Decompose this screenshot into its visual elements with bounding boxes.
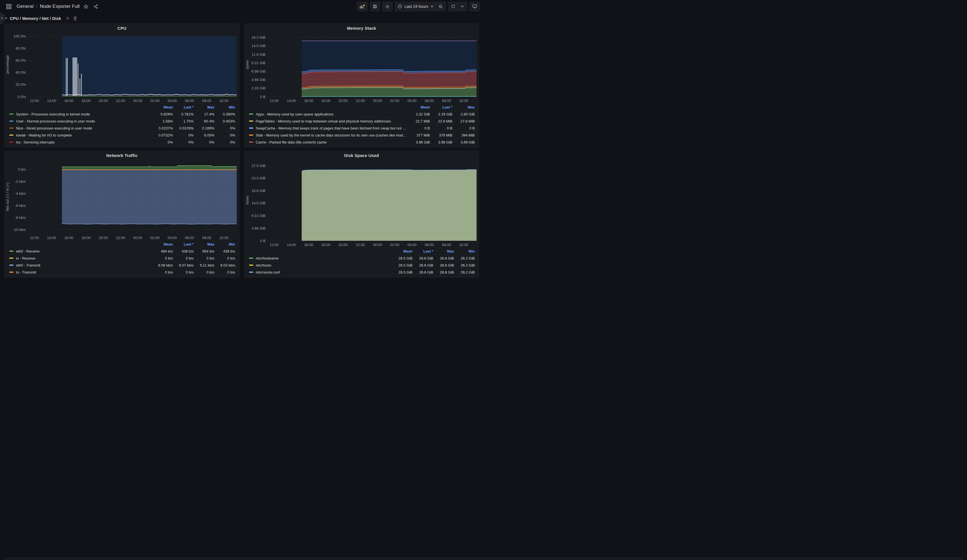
panel-header[interactable]: Network Traffic [5,151,239,160]
time-series-chart[interactable]: bits out (-) / in (+) 0 b/s-2 kb/s-4 kb/… [5,160,239,241]
legend-row: lo - Transmit0 b/s0 b/s0 b/s0 b/s [7,269,238,276]
dashboards-grid-icon[interactable] [5,3,13,10]
chart-plot[interactable]: 0 B2.33 GiB4.66 GiB6.98 GiB9.31 GiB11.6 … [244,32,479,104]
series-stat-value: 0 B [430,126,452,130]
series-label[interactable]: eth0 - Transmit [16,263,152,267]
legend-sort-min[interactable]: Min [215,242,235,246]
row-delete-button[interactable] [73,16,78,21]
time-range-label: Last 24 hours [404,4,428,9]
share-button[interactable] [92,3,99,10]
svg-text:20:00: 20:00 [338,99,348,103]
svg-text:02:00: 02:00 [390,99,399,103]
series-label[interactable]: SwapCache - Memory that keeps track of p… [256,126,408,130]
svg-text:-2 kb/s: -2 kb/s [15,180,26,184]
series-label[interactable]: Apps - Memory used by user-space applica… [256,112,408,116]
add-panel-button[interactable] [357,2,367,11]
svg-text:4.66 GiB: 4.66 GiB [251,77,266,82]
panel-title: Memory Stack [347,26,376,31]
series-stat-value: 26.5 GiB [392,263,413,267]
series-stat-value: 6.05% [194,133,215,137]
breadcrumb-folder[interactable]: General [17,3,33,9]
svg-text:20:00: 20:00 [99,99,108,103]
series-stat-value: 0 b/s [194,256,215,260]
svg-text:22:00: 22:00 [116,236,125,240]
series-label[interactable]: Iowait - Waiting for I/O to complete [16,133,152,137]
svg-text:12:00: 12:00 [30,236,39,240]
chart-plot[interactable]: 0 B4.66 GiB9.31 GiB14.0 GiB18.6 GiB23.3 … [244,160,479,248]
svg-text:04:00: 04:00 [168,236,177,240]
refresh-interval-caret[interactable] [458,2,467,11]
svg-text:00:00: 00:00 [373,99,382,103]
series-label[interactable]: Irq - Servicing interrupts [16,140,152,144]
legend-sort-last[interactable]: Last * [413,249,433,254]
series-label[interactable]: /etc/resolv.conf [256,270,392,274]
legend-sort-max[interactable]: Max [194,105,215,109]
series-stat-value: 0.781% [173,112,194,116]
svg-text:16:00: 16:00 [304,99,313,103]
series-label[interactable]: Nice - Niced processes executing in user… [16,126,152,130]
svg-text:16:00: 16:00 [64,99,73,103]
time-series-chart[interactable]: bytes 0 B2.33 GiB4.66 GiB6.98 GiB9.31 Gi… [244,32,479,104]
legend-sort-max[interactable]: Max [194,242,215,246]
series-stat-value: 438 b/s [173,249,194,254]
series-label[interactable]: lo - Transmit [16,270,152,274]
series-stat-value: 0% [152,140,173,144]
time-series-chart[interactable]: percentage 0.0%20.0%40.0%60.0%80.0%100.0… [5,32,239,104]
time-series-chart[interactable]: bytes 0 B4.66 GiB9.31 GiB14.0 GiB18.6 Gi… [244,160,479,248]
panel-header[interactable]: Disk Space Used [244,151,479,160]
series-color-swatch [249,120,253,122]
panel-add-icon [360,4,365,9]
time-range-picker[interactable]: Last 24 hours [395,2,436,11]
series-stat-value: 0 b/s [215,256,235,260]
legend-sort-mean[interactable]: Mean [152,242,173,246]
svg-text:10:00: 10:00 [219,99,229,103]
dashboard-settings-button[interactable] [383,2,392,11]
legend-sort-mean[interactable]: Mean [408,105,430,109]
series-label[interactable]: /etc/hostname [256,256,392,260]
panel-legend: MeanLast *MaxMin/etc/hostname26.5 GiB26.… [244,248,479,277]
dashboard-row-header[interactable]: CPU / Memory / Net / Disk [0,13,484,23]
legend-sort-last[interactable]: Last * [430,105,452,109]
series-stat-value: 438 b/s [215,249,235,254]
series-color-swatch [9,127,13,128]
panel-header[interactable]: Memory Stack [244,24,479,32]
zoom-out-icon [438,4,443,9]
legend-sort-mean[interactable]: Mean [392,249,413,254]
save-dashboard-button[interactable] [370,2,380,11]
series-label[interactable]: System - Processes executing in kernel m… [16,112,152,116]
series-label[interactable]: PageTables - Memory used to map between … [256,119,408,124]
chart-plot[interactable]: 0 b/s-2 kb/s-4 kb/s-6 kb/s-8 kb/s-10 kb/… [5,160,239,241]
refresh-button[interactable] [449,2,458,11]
svg-text:02:00: 02:00 [150,99,160,103]
series-label[interactable]: Cache - Parked file data (file content) … [256,140,408,144]
legend-sort-max[interactable]: Max [452,105,475,109]
series-stat-value: 2.29 GiB [430,112,452,116]
panel-legend: MeanLast *MaxApps - Memory used by user-… [244,104,479,147]
favorite-star-button[interactable] [83,3,89,10]
series-label[interactable]: /etc/hosts [256,263,392,267]
series-stat-value: 22.8 MiB [430,119,452,124]
cycle-view-button[interactable] [470,2,480,11]
series-color-swatch [9,265,13,266]
legend-sort-min[interactable]: Min [215,105,235,109]
legend-sort-last[interactable]: Last * [173,242,194,246]
legend-sort-mean[interactable]: Mean [152,105,173,109]
svg-text:14.0 GiB: 14.0 GiB [251,201,266,205]
series-label[interactable]: Slab - Memory used by the kernel to cach… [256,133,408,137]
series-label[interactable]: eth0 - Receive [16,249,152,254]
legend-sort-last[interactable]: Last * [173,105,194,109]
chart-plot[interactable]: 0.0%20.0%40.0%60.0%80.0%100.0%12:0014:00… [5,32,239,104]
legend-header: MeanLast *MaxMin [7,241,238,248]
breadcrumb-dashboard-title[interactable]: Node Exporter Full [40,3,80,9]
zoom-out-time-button[interactable] [436,2,446,11]
legend-sort-max[interactable]: Max [433,249,454,254]
panel-header[interactable]: CPU [5,24,239,32]
series-label[interactable]: User - Normal processes executing in use… [16,119,152,124]
row-settings-button[interactable] [65,16,70,21]
panel-title: Network Traffic [106,153,137,158]
series-color-swatch [9,142,13,143]
series-label[interactable]: lo - Receive [16,256,152,260]
svg-text:06:00: 06:00 [425,243,434,247]
svg-text:2.33 GiB: 2.33 GiB [251,86,266,90]
legend-sort-min[interactable]: Min [454,249,475,254]
